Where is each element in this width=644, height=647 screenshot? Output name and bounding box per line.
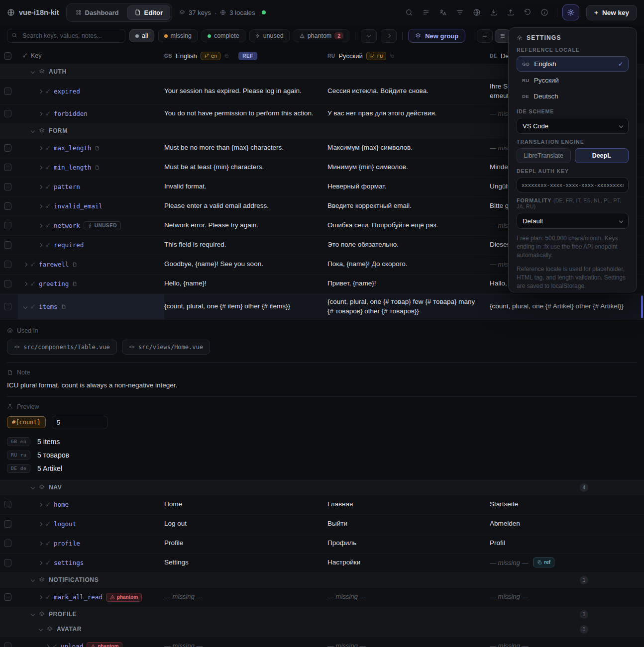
cell-en[interactable]: Goodbye, {name}! See you soon. — [164, 257, 327, 272]
cell-ru[interactable]: Ошибка сети. Попробуйте ещё раз. — [327, 218, 490, 233]
cell-en[interactable]: Your session has expired. Please log in … — [164, 84, 327, 99]
row-checkbox[interactable] — [4, 88, 11, 95]
cell-en[interactable]: {count, plural, one {# item} other {# it… — [164, 299, 327, 314]
cell-de[interactable]: — missing — — [490, 589, 644, 604]
info-button[interactable] — [537, 5, 552, 20]
row-checkbox[interactable] — [4, 540, 11, 547]
cell-ru[interactable]: Неверный формат. — [327, 179, 490, 194]
cell-en[interactable]: — missing — — [164, 589, 327, 604]
expand-icon[interactable] — [38, 541, 42, 545]
cell-en[interactable]: Settings — [164, 555, 327, 570]
cell-de[interactable]: — missing —ref — [490, 555, 644, 570]
copy-from-ref-badge[interactable]: ref — [533, 557, 554, 567]
filter-chip-complete[interactable]: complete — [202, 29, 245, 42]
deepl-auth-key-input[interactable] — [517, 178, 629, 192]
key-row-upload[interactable]: upload phantom — missing — — missing — —… — [0, 637, 644, 647]
engine-libretranslate-button[interactable]: LibreTranslate — [517, 148, 571, 163]
cell-en[interactable]: Invalid format. — [164, 179, 327, 194]
cell-en[interactable]: This field is required. — [164, 237, 327, 253]
tab-dashboard[interactable]: Dashboard — [68, 5, 126, 20]
key-row-logout[interactable]: logout Log out Выйти Abmelden — [0, 515, 644, 534]
locale-option-german[interactable]: DE Deutsch — [517, 89, 629, 103]
filter-chip-phantom[interactable]: phantom 2 — [294, 29, 350, 42]
expand-icon[interactable] — [38, 185, 42, 189]
row-checkbox[interactable] — [4, 202, 11, 210]
cell-de[interactable]: {count, plural, one {# Artikel} other {#… — [490, 299, 644, 314]
cell-ru[interactable]: Профиль — [327, 536, 490, 551]
expand-icon[interactable] — [38, 595, 42, 599]
cell-ru[interactable]: Введите корректный email. — [327, 198, 490, 214]
key-row-mark-all-read[interactable]: mark_all_read phantom — missing — — miss… — [0, 588, 644, 607]
expand-icon[interactable] — [38, 90, 42, 93]
new-key-button[interactable]: + New key — [586, 5, 637, 20]
cell-ru[interactable]: Выйти — [327, 516, 490, 532]
cell-en[interactable]: Profile — [164, 536, 327, 551]
copy-locale-button[interactable] — [224, 53, 229, 58]
cell-en[interactable]: Hello, {name}! — [164, 276, 327, 291]
cell-de[interactable]: Profil — [490, 536, 644, 551]
select-all-checkbox[interactable] — [4, 52, 11, 60]
expand-icon[interactable] — [38, 146, 42, 150]
cell-ru[interactable]: — missing — — [327, 639, 490, 647]
cell-ru[interactable]: Пока, {name}! До скорого. — [327, 257, 490, 272]
formality-select[interactable]: Default — [517, 213, 629, 229]
cell-ru[interactable]: Это поле обязательно. — [327, 237, 490, 253]
cell-en[interactable]: Please enter a valid email address. — [164, 198, 327, 214]
row-checkbox[interactable] — [4, 303, 11, 310]
search-button[interactable] — [402, 5, 417, 20]
cell-ru[interactable]: Главная — [327, 497, 490, 512]
locale-option-english[interactable]: GB English ✓ — [517, 56, 629, 72]
translate-button[interactable] — [435, 5, 450, 20]
key-row-settings[interactable]: settings Settings Настройки — missing —r… — [0, 554, 644, 573]
cell-de[interactable]: — missing — — [490, 639, 644, 647]
group-row-notifications[interactable]: NOTIFICATIONS 1 — [0, 573, 644, 588]
collapse-all-button[interactable] — [361, 29, 377, 43]
row-checkbox[interactable] — [4, 241, 11, 249]
group-row-avatar[interactable]: AVATAR 1 — [0, 622, 644, 637]
row-checkbox[interactable] — [4, 280, 11, 287]
import-button[interactable] — [486, 5, 501, 20]
cell-en[interactable]: Must be at least {min} characters. — [164, 160, 327, 175]
cell-ru[interactable]: Максимум {max} символов. — [327, 140, 490, 156]
scrollbar-thumb[interactable] — [641, 295, 643, 318]
row-checkbox[interactable] — [4, 593, 11, 601]
cell-ru[interactable]: Минимум {min} символов. — [327, 160, 490, 175]
scan-text-button[interactable] — [419, 5, 433, 20]
undo-button[interactable] — [520, 5, 535, 20]
expand-icon[interactable] — [38, 166, 42, 170]
cell-en[interactable]: You do not have permission to perform th… — [164, 106, 327, 121]
cell-de[interactable]: Startseite — [490, 497, 644, 512]
export-button[interactable] — [503, 5, 518, 20]
group-row-profile[interactable]: PROFILE 1 — [0, 607, 644, 622]
engine-deepl-button[interactable]: DeepL — [575, 148, 629, 163]
key-row-profile[interactable]: profile Profile Профиль Profil — [0, 534, 644, 554]
row-checkbox[interactable] — [4, 559, 11, 566]
density-compact-button[interactable] — [477, 29, 493, 43]
expand-icon[interactable] — [38, 112, 42, 116]
key-row-items[interactable]: items {count, plural, one {# item} other… — [0, 294, 644, 320]
key-row-home[interactable]: home Home Главная Startseite — [0, 495, 644, 515]
expand-icon[interactable] — [38, 560, 42, 564]
variable-value-input[interactable] — [52, 416, 107, 429]
usage-file-chip[interactable]: <>src/components/Table.vue — [7, 340, 117, 355]
expand-icon[interactable] — [38, 243, 42, 247]
cell-en[interactable]: Must be no more than {max} characters. — [164, 140, 327, 156]
row-checkbox[interactable] — [4, 261, 11, 268]
locale-option-russian[interactable]: RU Русский — [517, 73, 629, 88]
cell-en[interactable]: Log out — [164, 516, 327, 532]
settings-button[interactable] — [562, 4, 579, 20]
copy-locale-button[interactable] — [390, 53, 395, 58]
expand-icon[interactable] — [38, 502, 42, 506]
cell-ru[interactable]: У вас нет прав для этого действия. — [327, 106, 490, 121]
locale-button[interactable] — [469, 5, 484, 20]
row-checkbox[interactable] — [4, 144, 11, 152]
row-checkbox[interactable] — [4, 520, 11, 528]
expand-all-button[interactable] — [381, 29, 397, 43]
filter-chip-all[interactable]: all — [129, 29, 154, 42]
filter-button[interactable] — [452, 5, 467, 20]
cell-de[interactable]: Abmelden — [490, 516, 644, 532]
search-input[interactable] — [7, 29, 125, 43]
filter-chip-unused[interactable]: unused — [249, 29, 290, 42]
cell-ru[interactable]: Настройки — [327, 555, 490, 570]
filter-chip-missing[interactable]: missing — [158, 29, 198, 42]
